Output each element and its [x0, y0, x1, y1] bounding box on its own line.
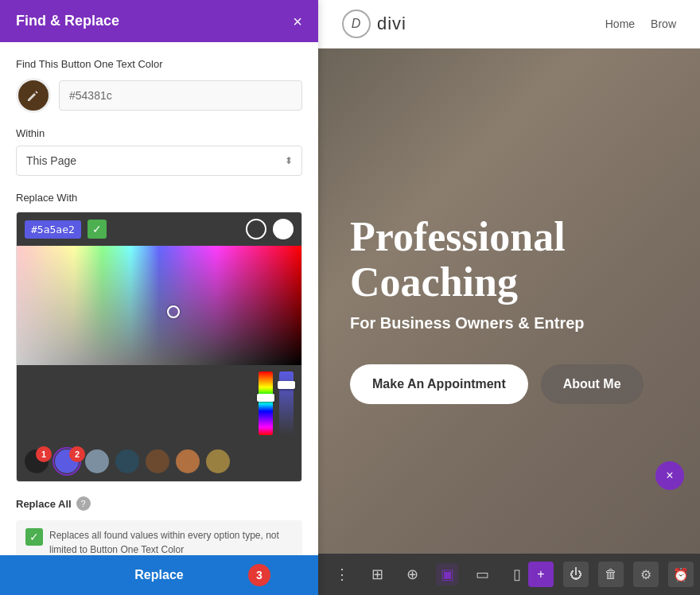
replace-all-row: ✓ Replaces all found values within every…: [16, 520, 302, 555]
replace-hex-display: #5a5ae2: [25, 220, 81, 239]
within-select[interactable]: This Page Entire Site: [16, 146, 302, 176]
hero-title: Professional Coaching: [350, 214, 668, 305]
toolbar-history-button[interactable]: ⏰: [668, 562, 694, 587]
replace-all-label: Replace All: [16, 498, 72, 510]
sliders-area: [17, 365, 301, 441]
replace-button[interactable]: Replace: [0, 555, 318, 595]
toolbar-delete-button[interactable]: 🗑: [598, 562, 624, 587]
opacity-thumb: [278, 381, 295, 389]
toolbar-power-button[interactable]: ⏻: [563, 562, 589, 587]
color-picker-top: #5a5ae2 ✓: [17, 212, 301, 246]
gradient-canvas[interactable]: [17, 246, 301, 365]
toolbar-left: ⋮ ⊞ ⊕ ▣ ▭ ▯: [331, 563, 528, 585]
replace-all-label-row: Replace All ?: [16, 496, 302, 511]
swatches-row: 1 2: [17, 441, 301, 481]
about-button[interactable]: About Me: [541, 364, 644, 404]
toolbar-grid-icon[interactable]: ⊞: [366, 563, 388, 585]
toolbar-mobile-icon[interactable]: ▯: [506, 563, 528, 585]
hue-slider[interactable]: [259, 371, 273, 435]
help-icon: ?: [76, 496, 91, 511]
swatch-3[interactable]: [85, 449, 109, 473]
badge-3: 3: [248, 564, 270, 586]
toolbar-right: + ⏻ 🗑 ⚙ ⏰: [528, 562, 694, 587]
website-preview: D divi Home Brow Professional Coaching F…: [318, 0, 700, 595]
hero-subtitle: For Business Owners & Entrep: [350, 314, 668, 332]
swatch-5[interactable]: [146, 449, 169, 473]
divi-logo: D divi: [342, 10, 406, 38]
find-hex-input[interactable]: [59, 80, 302, 111]
color-circle-outline: [246, 219, 266, 239]
divi-navbar: D divi Home Brow: [318, 0, 700, 49]
hero-title-line1: Professional: [350, 214, 566, 259]
swatch-2[interactable]: 2: [55, 449, 79, 473]
logo-letter: D: [352, 17, 362, 31]
panel-footer: Replace 3: [0, 555, 318, 595]
logo-text: divi: [377, 14, 406, 34]
picker-handle[interactable]: [167, 305, 180, 318]
panel-body: Find This Button One Text Color Within T…: [0, 42, 318, 555]
white-overlay: [17, 246, 301, 365]
hero-buttons: Make An Appointment About Me: [350, 364, 668, 404]
swatch-7[interactable]: [206, 449, 230, 473]
replace-with-label: Replace With: [16, 192, 302, 204]
replace-all-description: Replaces all found values within every o…: [49, 528, 293, 555]
swatch-4[interactable]: [115, 449, 139, 473]
find-replace-panel: Find & Replace × Find This Button One Te…: [0, 0, 318, 595]
hero-title-line2: Coaching: [350, 259, 518, 305]
bottom-toolbar: ⋮ ⊞ ⊕ ▣ ▭ ▯ + ⏻ 🗑 ⚙ ⏰: [318, 554, 700, 595]
toolbar-menu-icon[interactable]: ⋮: [331, 563, 353, 585]
opacity-slider[interactable]: [279, 371, 294, 435]
swatch-1[interactable]: 1: [25, 449, 49, 473]
close-button[interactable]: ×: [293, 14, 302, 29]
find-field-label: Find This Button One Text Color: [16, 58, 302, 70]
panel-header: Find & Replace ×: [0, 0, 318, 42]
within-select-wrapper: This Page Entire Site ⬍: [16, 146, 302, 176]
toolbar-search-icon[interactable]: ⊕: [401, 563, 423, 585]
toolbar-settings-button[interactable]: ⚙: [633, 562, 659, 587]
color-picker: #5a5ae2 ✓: [16, 212, 302, 482]
hue-thumb: [257, 394, 274, 402]
color-circle-white: [273, 219, 294, 239]
hero-section: Professional Coaching For Business Owner…: [318, 49, 700, 554]
nav-links: Home Brow: [605, 18, 676, 30]
color-confirm-button[interactable]: ✓: [88, 220, 107, 239]
color-circles: [246, 219, 294, 239]
toolbar-add-button[interactable]: +: [528, 562, 554, 587]
within-label: Within: [16, 127, 302, 139]
pencil-icon: [26, 88, 41, 103]
swatch-6[interactable]: [176, 449, 200, 473]
nav-home[interactable]: Home: [605, 18, 635, 30]
find-color-row: [16, 78, 302, 113]
badge-2: 2: [69, 446, 85, 462]
appointment-button[interactable]: Make An Appointment: [350, 364, 528, 404]
replace-all-checkbox[interactable]: ✓: [25, 528, 43, 546]
divi-logo-icon: D: [342, 10, 371, 38]
gradient-main: [17, 246, 301, 365]
nav-brow[interactable]: Brow: [651, 18, 676, 30]
toolbar-tablet-icon[interactable]: ▭: [471, 563, 493, 585]
find-color-swatch[interactable]: [16, 78, 51, 113]
toolbar-desktop-icon[interactable]: ▣: [436, 563, 458, 585]
hero-close-button[interactable]: ×: [655, 461, 684, 490]
badge-1: 1: [36, 446, 52, 462]
panel-title: Find & Replace: [16, 13, 119, 29]
